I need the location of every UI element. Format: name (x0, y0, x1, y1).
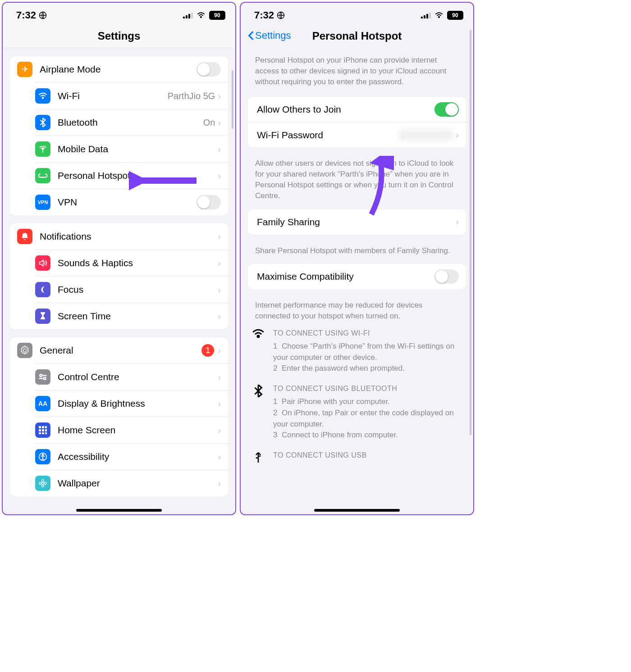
maxcompat-footer: Internet performance may be reduced for … (241, 297, 473, 322)
family-group: Family Sharing › (248, 209, 466, 235)
sounds-icon (35, 255, 50, 271)
setting-row-wifi[interactable]: Wi-FiParthJio 5G› (35, 82, 228, 109)
family-sharing-row[interactable]: Family Sharing › (248, 209, 466, 235)
nav-bar: Settings (3, 25, 235, 48)
wifi-instr-1: Choose “Parth’s iPhone” from the Wi-Fi s… (273, 342, 454, 362)
chevron-right-icon: › (218, 345, 221, 356)
homescreen-icon (35, 422, 50, 438)
wallpaper-label: Wallpaper (58, 478, 218, 489)
svg-point-6 (42, 97, 44, 99)
setting-row-wallpaper[interactable]: Wallpaper› (35, 470, 228, 496)
maxcompat-toggle[interactable] (434, 269, 459, 284)
chevron-right-icon: › (218, 478, 221, 489)
svg-point-25 (42, 485, 44, 487)
wifi-icon (434, 12, 444, 18)
bluetooth-label: Bluetooth (58, 117, 203, 128)
controlcentre-icon (35, 369, 50, 385)
maxcompat-label: Maximise Compatibility (257, 271, 434, 282)
allow-others-toggle[interactable] (434, 102, 459, 117)
status-time: 7:32 (254, 9, 274, 21)
setting-row-bluetooth[interactable]: BluetoothOn› (35, 109, 228, 136)
notifications-label: Notifications (40, 231, 218, 242)
mobiledata-label: Mobile Data (58, 144, 218, 154)
accessibility-label: Accessibility (58, 451, 218, 462)
wifi-label: Wi-Fi (58, 91, 168, 101)
setting-row-focus[interactable]: Focus› (35, 276, 228, 303)
svg-point-24 (42, 480, 44, 482)
setting-row-sounds[interactable]: Sounds & Haptics› (35, 250, 228, 276)
wifi-password-label: Wi-Fi Password (257, 130, 399, 141)
airplane-label: Airplane Mode (40, 64, 197, 75)
svg-rect-18 (39, 432, 41, 434)
maxcompat-row[interactable]: Maximise Compatibility (248, 264, 466, 289)
scrollbar[interactable] (470, 30, 471, 435)
chevron-right-icon: › (218, 144, 221, 154)
page-title: Settings (98, 30, 141, 42)
setting-row-accessibility[interactable]: Accessibility› (35, 443, 228, 470)
airplane-toggle[interactable] (197, 62, 221, 77)
settings-group-connectivity: ✈Airplane ModeWi-FiParthJio 5G›Bluetooth… (10, 56, 228, 215)
wifi-icon (35, 88, 50, 104)
general-badge: 1 (201, 344, 214, 357)
svg-point-23 (42, 482, 44, 485)
svg-rect-12 (39, 426, 41, 428)
globe-icon (277, 11, 285, 19)
settings-group-notifications: Notifications›Sounds & Haptics›Focus›Scr… (10, 223, 228, 329)
bluetooth-value: On (203, 118, 215, 128)
svg-rect-4 (191, 13, 193, 18)
hotspot-content[interactable]: Personal Hotspot on your iPhone can prov… (241, 48, 473, 514)
airplane-icon: ✈ (17, 62, 32, 77)
wifi-icon (197, 12, 206, 18)
scrollbar[interactable] (232, 70, 233, 129)
svg-rect-16 (42, 429, 44, 431)
back-button[interactable]: Settings (248, 30, 291, 41)
wifi-instr-2: Enter the password when prompted. (282, 364, 405, 372)
setting-row-mobiledata[interactable]: Mobile Data› (35, 136, 228, 162)
focus-label: Focus (58, 284, 218, 295)
svg-point-35 (257, 336, 259, 337)
svg-rect-32 (426, 14, 428, 18)
allow-footer: Allow other users or devices not signed … (241, 155, 473, 201)
setting-row-airplane[interactable]: ✈Airplane Mode (10, 56, 228, 82)
settings-content[interactable]: ✈Airplane ModeWi-FiParthJio 5G›Bluetooth… (3, 48, 235, 515)
setting-row-display[interactable]: AADisplay & Brightness› (35, 390, 228, 417)
wifi-icon (251, 328, 265, 374)
setting-row-controlcentre[interactable]: Control Centre› (35, 363, 228, 390)
svg-rect-1 (183, 17, 185, 18)
setting-row-notifications[interactable]: Notifications› (10, 223, 228, 250)
home-indicator[interactable] (314, 509, 400, 512)
focus-icon (35, 282, 50, 297)
allow-others-row[interactable]: Allow Others to Join (248, 97, 466, 122)
display-icon: AA (35, 396, 50, 411)
setting-row-vpn[interactable]: VPNVPN (35, 189, 228, 215)
chevron-left-icon (248, 31, 254, 41)
home-indicator[interactable] (76, 509, 162, 512)
usb-icon (251, 450, 265, 463)
setting-row-hotspot[interactable]: Personal Hotspot› (35, 162, 228, 189)
settings-group-general: General1›Control Centre›AADisplay & Brig… (10, 337, 228, 496)
bt-instr-3: Connect to iPhone from computer. (282, 431, 398, 439)
wifi-password-row[interactable]: Wi-Fi Password › (248, 122, 466, 147)
usb-instr-title: TO CONNECT USING USB (273, 450, 462, 460)
chevron-right-icon: › (218, 91, 221, 101)
bluetooth-icon (251, 383, 265, 441)
svg-rect-20 (45, 432, 47, 434)
allow-group: Allow Others to Join Wi-Fi Password › (248, 97, 466, 147)
chevron-right-icon: › (218, 118, 221, 128)
hotspot-icon (35, 168, 50, 183)
bt-instructions: TO CONNECT USING BLUETOOTH 1 Pair iPhone… (251, 383, 462, 441)
allow-others-label: Allow Others to Join (257, 104, 434, 115)
setting-row-general[interactable]: General1› (10, 337, 228, 363)
signal-icon (421, 12, 431, 18)
setting-row-screentime[interactable]: Screen Time› (35, 303, 228, 329)
svg-point-27 (44, 482, 46, 485)
vpn-toggle[interactable] (197, 195, 221, 209)
vpn-label: VPN (58, 197, 197, 208)
bt-instr-1: Pair iPhone with your computer. (282, 397, 390, 406)
setting-row-homescreen[interactable]: Home Screen› (35, 417, 228, 443)
svg-rect-14 (45, 426, 47, 428)
status-time: 7:32 (16, 9, 36, 21)
svg-rect-15 (39, 429, 41, 431)
svg-point-7 (42, 149, 44, 150)
screentime-label: Screen Time (58, 311, 218, 322)
